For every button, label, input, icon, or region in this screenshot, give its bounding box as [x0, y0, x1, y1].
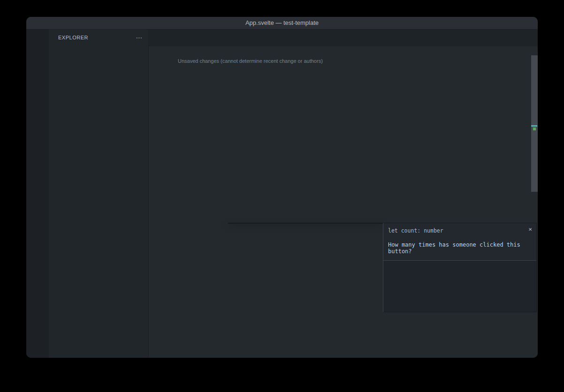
vscode-window: App.svelte — test-template EXPLORER ⋯	[26, 17, 538, 358]
titlebar: App.svelte — test-template	[26, 17, 538, 30]
suggest-details: let count: number How many times has som…	[383, 223, 537, 312]
close-button[interactable]	[32, 20, 38, 26]
activity-bar	[26, 30, 49, 358]
editor-group: Unsaved changes (cannot determine recent…	[149, 30, 538, 358]
tab-bar	[149, 30, 538, 46]
sidebar-title: EXPLORER	[58, 35, 88, 40]
suggest-widget	[228, 223, 384, 224]
more-actions-icon[interactable]: ⋯	[136, 34, 143, 41]
window-controls	[32, 20, 56, 26]
suggest-details-filler	[383, 261, 536, 312]
close-icon[interactable]: ×	[528, 226, 532, 233]
suggest-doc-text: How many times has someone clicked this …	[383, 238, 536, 261]
suggest-signature: let count: number	[383, 223, 536, 238]
codelens-annotation[interactable]: Unsaved changes (cannot determine recent…	[149, 55, 538, 66]
sidebar-explorer: EXPLORER ⋯	[49, 30, 149, 358]
scrollbar-thumb[interactable]	[531, 55, 538, 192]
window-title: App.svelte — test-template	[26, 17, 538, 29]
overview-cursor-marker	[531, 125, 537, 127]
code-editor[interactable]: Unsaved changes (cannot determine recent…	[149, 55, 538, 358]
overview-modified-marker	[533, 128, 536, 130]
breadcrumb	[149, 46, 538, 55]
sidebar-header: EXPLORER ⋯	[49, 30, 148, 45]
zoom-button[interactable]	[51, 20, 56, 26]
minimize-button[interactable]	[41, 20, 47, 26]
